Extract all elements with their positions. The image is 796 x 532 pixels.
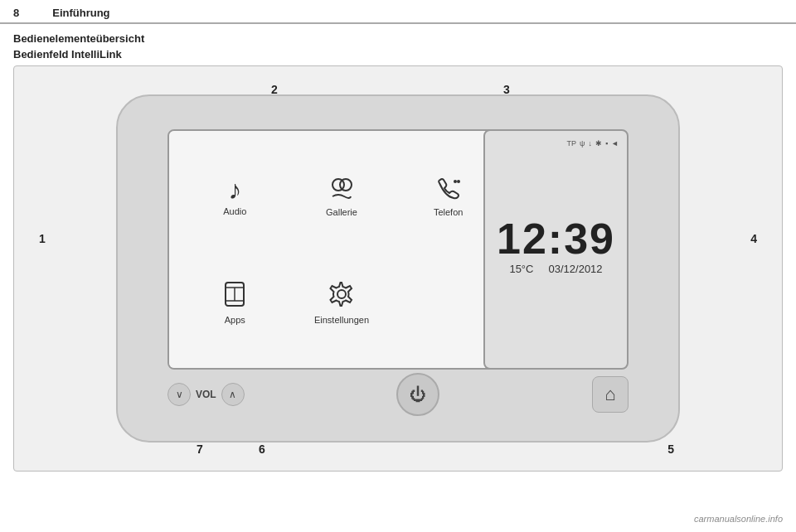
device-body: ♪ Audio Gallerie <box>116 94 680 443</box>
app-icon-gallery[interactable]: Gallerie <box>293 148 391 245</box>
page-title: Einführung <box>52 7 109 19</box>
vol-label: VOL <box>196 389 216 400</box>
apps-icon <box>222 281 247 312</box>
audio-icon: ♪ <box>228 177 241 203</box>
svg-point-8 <box>337 290 346 298</box>
gallery-label: Gallerie <box>326 207 357 217</box>
status-phone: ↓ <box>588 139 592 148</box>
callout-7: 7 <box>197 443 203 456</box>
phone-label: Telefon <box>434 207 463 217</box>
status-wifi: ψ <box>580 139 585 148</box>
home-button[interactable]: ⌂ <box>592 376 629 413</box>
date: 03/12/2012 <box>549 263 603 275</box>
time-display: 12:39 <box>497 215 615 263</box>
page-header: 8 Einführung <box>0 0 796 23</box>
status-tp: TP <box>566 139 576 148</box>
svg-point-1 <box>340 179 352 191</box>
vol-down-button[interactable]: ∨ <box>167 383 191 406</box>
info-panel: TP ψ ↓ ✱ ▪ ◄ 12:39 15°C 03/12/2012 <box>483 129 629 370</box>
apps-label: Apps <box>225 315 245 325</box>
power-icon: ⏻ <box>410 385 426 404</box>
callout-4: 4 <box>750 232 757 245</box>
main-screen: ♪ Audio Gallerie <box>167 129 516 370</box>
screen-inner: ♪ Audio Gallerie <box>169 131 514 368</box>
status-volume: ◄ <box>611 139 619 148</box>
callout-5: 5 <box>667 443 674 456</box>
status-bar: TP ψ ↓ ✱ ▪ ◄ <box>493 139 619 148</box>
page-number: 8 <box>13 7 19 19</box>
temperature: 15°C <box>509 263 533 275</box>
section-sub-title: Bedienfeld IntelliLink <box>0 46 796 65</box>
svg-point-2 <box>454 180 457 183</box>
date-temp: 15°C 03/12/2012 <box>497 263 615 275</box>
audio-label: Audio <box>223 206 246 216</box>
app-icon-settings[interactable]: Einstellungen <box>293 254 391 351</box>
watermark: carmanualsonline.info <box>694 514 783 524</box>
callout-6: 6 <box>259 443 265 456</box>
gallery-icon <box>328 177 356 204</box>
home-icon: ⌂ <box>604 384 615 405</box>
diagram-area: 1 2 3 4 5 6 7 ♪ Audio <box>13 65 783 472</box>
vol-control: ∨ VOL ∧ <box>167 383 245 406</box>
svg-point-3 <box>457 180 460 183</box>
callout-1: 1 <box>39 232 46 245</box>
status-signal: ▪ <box>605 139 608 148</box>
status-bluetooth: ✱ <box>595 139 602 148</box>
power-button[interactable]: ⏻ <box>396 373 439 416</box>
vol-up-button[interactable]: ∧ <box>221 383 245 406</box>
settings-label: Einstellungen <box>314 315 369 325</box>
section-main-title: Bedienelementeübersicht <box>0 27 796 46</box>
settings-icon <box>328 281 355 312</box>
phone-icon <box>435 177 462 204</box>
bottom-controls: ∨ VOL ∧ ⏻ ⌂ <box>167 373 629 416</box>
app-icon-audio[interactable]: ♪ Audio <box>186 148 284 245</box>
app-icon-apps[interactable]: Apps <box>186 254 284 351</box>
